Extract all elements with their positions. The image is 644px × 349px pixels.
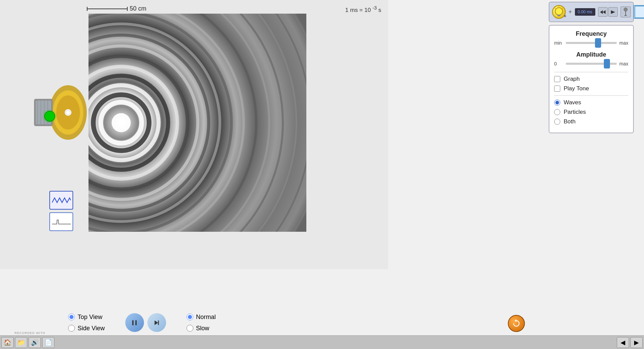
amplitude-max-label: max — [619, 61, 628, 66]
scale-bar: 50 cm — [87, 5, 146, 12]
panel-divider-2 — [554, 95, 628, 96]
frequency-title: Frequency — [554, 30, 628, 37]
graph-label: Graph — [564, 76, 580, 82]
svg-point-43 — [624, 8, 627, 12]
refresh-button[interactable] — [508, 315, 525, 332]
frequency-min-label: min — [554, 40, 564, 46]
svg-line-37 — [554, 7, 556, 9]
particles-label: Particles — [564, 109, 586, 116]
continuous-wave-button[interactable] — [49, 191, 73, 210]
green-indicator-dot[interactable] — [44, 111, 55, 122]
time-scale: 1 ms = 10 -3 s — [345, 5, 381, 14]
scale-line — [87, 9, 128, 9]
play-tone-option: Play Tone — [554, 85, 628, 92]
normal-speed-radio[interactable] — [187, 314, 193, 320]
amplitude-section: Amplitude 0 max — [554, 51, 628, 66]
frequency-section: Frequency min max — [554, 30, 628, 46]
toolbar-rewind-button[interactable] — [598, 7, 608, 17]
slow-speed-radio[interactable] — [187, 325, 193, 332]
scale-distance: 50 cm — [130, 5, 146, 12]
right-panel: + 0.00 ms — [549, 2, 634, 133]
top-view-option[interactable]: Top View — [68, 314, 105, 321]
watermark-recorded-text: RECORDED WITH — [15, 331, 45, 335]
play-tone-checkbox[interactable] — [554, 86, 560, 92]
svg-rect-31 — [132, 320, 134, 325]
svg-rect-32 — [135, 320, 137, 325]
amplitude-slider-row: 0 max — [554, 61, 628, 66]
svg-line-38 — [562, 7, 564, 9]
both-label: Both — [564, 118, 576, 125]
taskbar-speaker-icon[interactable]: 🔊 — [29, 337, 41, 348]
bottom-controls: Top View Side View Normal S — [68, 313, 576, 332]
taskbar-arrow-right-icon[interactable]: ▶ — [630, 337, 643, 348]
timer-value: 0.00 ms — [578, 10, 592, 14]
svg-marker-41 — [603, 10, 606, 14]
amplitude-min-label: 0 — [554, 61, 564, 66]
normal-speed-label: Normal — [196, 314, 216, 321]
toolbar-ruler-icon[interactable] — [621, 6, 631, 17]
waves-label: Waves — [564, 99, 581, 106]
lamp-icon[interactable] — [552, 5, 566, 19]
svg-marker-42 — [611, 10, 615, 14]
timer-display: 0.00 ms — [575, 8, 595, 16]
wave-simulation-canvas — [88, 14, 306, 232]
simulation-area: 50 cm 1 ms = 10 -3 s — [0, 0, 388, 269]
amplitude-slider[interactable] — [566, 63, 617, 65]
panel-divider — [554, 72, 628, 72]
svg-rect-36 — [558, 15, 561, 16]
top-view-label: Top View — [78, 314, 102, 321]
toolbar-controls — [598, 7, 618, 17]
play-tone-label: Play Tone — [564, 85, 589, 92]
toolbar-play-button[interactable] — [608, 7, 618, 17]
side-view-label: Side View — [78, 325, 105, 332]
svg-point-30 — [66, 111, 70, 114]
toolbar-screen-icon[interactable] — [633, 5, 644, 19]
single-pulse-button[interactable] — [49, 212, 73, 231]
slow-speed-option[interactable]: Slow — [187, 325, 216, 332]
svg-point-19 — [117, 119, 125, 127]
frequency-max-label: max — [619, 40, 628, 46]
speaker-svg — [34, 78, 88, 147]
svg-rect-46 — [635, 6, 644, 18]
speaker — [34, 78, 88, 147]
particles-radio[interactable] — [554, 109, 560, 115]
graph-option: Graph — [554, 76, 628, 82]
normal-speed-option[interactable]: Normal — [187, 314, 216, 321]
playback-group — [125, 313, 166, 332]
taskbar-file-icon[interactable]: 📄 — [42, 337, 54, 348]
toolbar: + 0.00 ms — [549, 2, 634, 22]
side-view-option[interactable]: Side View — [68, 325, 105, 332]
top-view-radio[interactable] — [68, 314, 75, 320]
svg-rect-34 — [158, 320, 159, 325]
amplitude-title: Amplitude — [554, 51, 628, 58]
pause-button[interactable] — [125, 313, 144, 332]
both-option: Both — [554, 118, 628, 125]
graph-checkbox[interactable] — [554, 76, 560, 82]
svg-point-35 — [555, 7, 563, 15]
frequency-slider-row: min max — [554, 40, 628, 46]
time-unit: s — [379, 7, 382, 13]
plus-icon: + — [568, 9, 572, 16]
time-exponent: -3 — [372, 5, 377, 11]
side-view-radio[interactable] — [68, 325, 75, 332]
taskbar-home-icon[interactable]: 🏠 — [1, 337, 14, 348]
svg-marker-40 — [600, 10, 602, 14]
controls-panel: Frequency min max Amplitude 0 max Graph — [549, 25, 634, 133]
wave-svg — [88, 14, 306, 232]
taskbar-arrow-left-icon[interactable]: ◀ — [617, 337, 629, 348]
both-radio[interactable] — [554, 119, 560, 125]
view-group: Top View Side View — [68, 314, 105, 332]
waves-option: Waves — [554, 99, 628, 106]
frequency-slider[interactable] — [566, 42, 617, 44]
slow-speed-label: Slow — [196, 325, 209, 332]
taskbar-folder-icon[interactable]: 📁 — [15, 337, 27, 348]
time-value: 1 ms = 10 — [345, 7, 371, 13]
waves-radio[interactable] — [554, 100, 560, 106]
taskbar: 🏠 📁 🔊 📄 ◀ ▶ — [0, 335, 644, 349]
wave-mode-buttons — [49, 191, 73, 231]
particles-option: Particles — [554, 109, 628, 116]
svg-marker-33 — [155, 320, 158, 325]
step-button[interactable] — [147, 313, 166, 332]
speed-group: Normal Slow — [187, 314, 216, 332]
